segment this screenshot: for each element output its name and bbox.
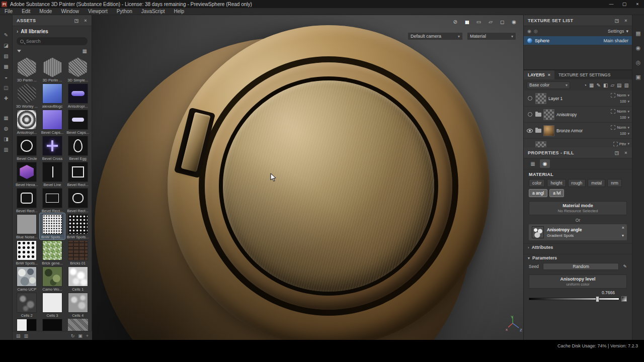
chevron-down-icon[interactable]: ▾: [622, 233, 624, 238]
asset-item[interactable]: Cells 4: [65, 292, 91, 318]
layer-visibility-toggle[interactable]: [526, 96, 533, 101]
channel-button[interactable]: metal: [588, 179, 605, 187]
camera-dropdown[interactable]: Default camera ▾: [408, 32, 463, 40]
menu-item-python[interactable]: Python: [112, 8, 137, 15]
dock-panel-icon[interactable]: ◳: [614, 150, 620, 156]
asset-item[interactable]: 3D Simple...: [65, 56, 91, 82]
pause-engine-button[interactable]: ▮▮: [465, 20, 469, 25]
channel-button[interactable]: a angl: [529, 189, 547, 197]
history-panel-icon[interactable]: ▣: [635, 74, 640, 80]
maximize-button[interactable]: ▢: [618, 0, 631, 8]
asset-item[interactable]: alexavBlogc: [40, 82, 65, 109]
channel-button[interactable]: nrm: [607, 179, 622, 187]
display-settings-panel-icon[interactable]: ◉: [636, 45, 641, 51]
remove-resource-icon[interactable]: ×: [622, 225, 624, 230]
asset-item[interactable]: Bevel Circle: [14, 135, 40, 161]
asset-item[interactable]: Bevel Rect...: [14, 187, 40, 213]
asset-item[interactable]: [65, 318, 91, 331]
asset-item[interactable]: Bevel Rect...: [65, 187, 91, 213]
close-panel-icon[interactable]: ×: [83, 18, 89, 24]
edit-seed-icon[interactable]: ✎: [623, 264, 627, 269]
render-mode-icon[interactable]: ▱: [489, 19, 493, 25]
layer-thumbnail[interactable]: [543, 125, 554, 136]
dock-panel-icon[interactable]: ◳: [73, 18, 79, 24]
asset-item[interactable]: Bevel Line: [40, 161, 65, 187]
close-tab-icon[interactable]: ×: [548, 72, 550, 77]
add-fill-icon[interactable]: ◧: [603, 82, 608, 88]
clone-tool[interactable]: ◫: [2, 83, 11, 93]
asset-item[interactable]: Anisotropi...: [14, 109, 40, 135]
layer-visibility-toggle[interactable]: [526, 112, 533, 117]
symmetry-tool[interactable]: ◨: [2, 134, 11, 144]
material-mode-box[interactable]: Material mode No Resource Selected: [529, 201, 627, 215]
asset-item[interactable]: Camo Wo...: [40, 265, 65, 292]
layer-thumbnail[interactable]: [535, 141, 546, 148]
shader-settings-panel-icon[interactable]: ◎: [636, 59, 641, 66]
asset-item[interactable]: Cells 2: [14, 292, 40, 318]
layer-opacity[interactable]: 100: [620, 99, 626, 104]
attributes-section-row[interactable]: › Attributes: [524, 243, 632, 251]
layer-mask-thumbnail[interactable]: [611, 125, 615, 130]
close-panel-icon[interactable]: ×: [623, 18, 629, 24]
seed-random-button[interactable]: Random: [543, 263, 619, 270]
channel-filter-dropdown[interactable]: Base color ▾: [527, 81, 570, 89]
layer-blend-mode[interactable]: Norm: [617, 109, 626, 114]
close-button[interactable]: ×: [631, 0, 644, 8]
search-input[interactable]: [26, 39, 85, 44]
layer-thumbnail[interactable]: [535, 93, 546, 104]
add-folder-icon[interactable]: ▤: [617, 82, 621, 88]
lazy-mouse-tool[interactable]: ▥: [2, 145, 11, 154]
menu-item-javascript[interactable]: JavaScript: [137, 8, 170, 15]
asset-item[interactable]: Bevel Egg: [65, 135, 91, 161]
channel-button[interactable]: color: [529, 179, 545, 187]
asset-item[interactable]: 3D Worley ...: [14, 82, 40, 109]
asset-item[interactable]: 3D Perlin ...: [14, 56, 40, 82]
screenshot-icon[interactable]: ◉: [512, 19, 516, 25]
tab-texture-set-settings[interactable]: TEXTURE SET SETTINGS: [554, 70, 614, 79]
layer-blend-mode[interactable]: Pthr: [619, 142, 626, 146]
channel-button[interactable]: height: [547, 179, 566, 187]
menu-item-edit[interactable]: Edit: [17, 8, 35, 15]
texture-set-row-sphere[interactable]: Sphere Main shader: [524, 36, 632, 45]
asset-search-box[interactable]: [17, 37, 88, 45]
import-resources-icon[interactable]: ▣: [78, 333, 83, 338]
layer-row[interactable]: Layer 1 Norm ▾ 100 ▾: [524, 90, 632, 107]
asset-item[interactable]: BnW Spots...: [65, 213, 91, 239]
asset-item[interactable]: Blue Noise...: [14, 213, 40, 239]
layer-row[interactable]: Bronze Armor Norm ▾ 100 ▾: [524, 123, 632, 139]
asset-item[interactable]: [14, 318, 40, 331]
camera-mode-icon[interactable]: ◻: [500, 19, 504, 25]
asset-item[interactable]: Anisotropi...: [65, 82, 91, 109]
filter-icon[interactable]: [17, 50, 21, 52]
channel-button[interactable]: rough: [568, 179, 586, 187]
asset-item[interactable]: Bevel Caps...: [65, 109, 91, 135]
asset-item[interactable]: Bricks 01: [65, 239, 91, 265]
layer-blend-mode[interactable]: Norm: [617, 125, 626, 130]
library-selector[interactable]: › All libraries: [13, 26, 92, 36]
asset-item[interactable]: 3D Perlin ...: [40, 56, 65, 82]
layer-opacity[interactable]: 100: [620, 131, 626, 136]
dock-panel-icon[interactable]: ◳: [614, 18, 620, 24]
layer-mask-thumbnail[interactable]: [611, 109, 615, 114]
asset-item[interactable]: Bevel Rect...: [65, 161, 91, 187]
anisotropy-level-value[interactable]: 0.7666: [524, 290, 615, 295]
asset-item[interactable]: BnW Spots...: [14, 239, 40, 265]
asset-item[interactable]: Camo UCP: [14, 265, 40, 292]
menu-item-viewport[interactable]: Viewport: [84, 8, 112, 15]
parameters-section-row[interactable]: ▾ Parameters: [524, 254, 632, 261]
aniso-level-slider[interactable]: [529, 298, 619, 300]
eraser-tool[interactable]: ◪: [2, 41, 11, 50]
asset-item[interactable]: Brick gene...: [40, 239, 65, 265]
asset-item[interactable]: Bevel Hexa...: [14, 161, 40, 187]
layer-mask-thumbnail[interactable]: [611, 93, 615, 98]
menu-item-mode[interactable]: Mode: [35, 8, 56, 15]
projection-tool[interactable]: ▧: [2, 51, 11, 61]
viewport-3d[interactable]: ⊘▮▮▭▱◻◉ Default camera ▾ Material ▾ Y x: [92, 15, 523, 340]
layer-visibility-toggle[interactable]: [526, 129, 533, 133]
add-resource-icon[interactable]: +: [86, 333, 89, 338]
channel-button[interactable]: a lvl: [549, 189, 564, 197]
paint-tool[interactable]: ✎: [2, 30, 11, 40]
asset-item[interactable]: [40, 318, 65, 331]
add-smart-material-icon[interactable]: ▱: [610, 82, 614, 88]
grid-view-icon[interactable]: ▦: [83, 48, 87, 54]
